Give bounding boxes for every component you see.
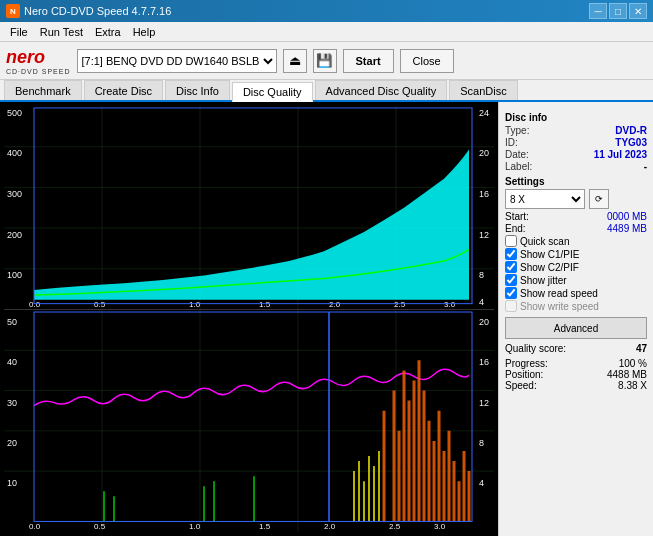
svg-text:200: 200 bbox=[7, 230, 22, 240]
quick-scan-row: Quick scan bbox=[505, 235, 647, 247]
minimize-button[interactable]: ─ bbox=[589, 3, 607, 19]
svg-text:40: 40 bbox=[7, 358, 17, 368]
settings-title: Settings bbox=[505, 176, 647, 187]
show-c1pie-label: Show C1/PIE bbox=[520, 249, 579, 260]
svg-text:0.5: 0.5 bbox=[94, 523, 106, 532]
show-jitter-label: Show jitter bbox=[520, 275, 567, 286]
svg-text:20: 20 bbox=[479, 149, 489, 159]
position-value: 4488 MB bbox=[607, 369, 647, 380]
disc-info-title: Disc info bbox=[505, 112, 647, 123]
svg-text:400: 400 bbox=[7, 149, 22, 159]
show-jitter-checkbox[interactable] bbox=[505, 274, 517, 286]
main-content: 500 400 300 200 100 24 20 16 12 8 4 0.0 … bbox=[0, 102, 653, 536]
svg-text:20: 20 bbox=[7, 438, 17, 448]
svg-text:100: 100 bbox=[7, 271, 22, 281]
refresh-button[interactable]: ⟳ bbox=[589, 189, 609, 209]
show-c2pif-checkbox[interactable] bbox=[505, 261, 517, 273]
id-value: TYG03 bbox=[615, 137, 647, 148]
start-label: Start: bbox=[505, 211, 529, 222]
quality-score-value: 47 bbox=[636, 343, 647, 354]
tab-bar: Benchmark Create Disc Disc Info Disc Qua… bbox=[0, 80, 653, 102]
tab-advanced-disc-quality[interactable]: Advanced Disc Quality bbox=[315, 80, 448, 100]
quality-score-label: Quality score: bbox=[505, 343, 566, 354]
show-read-speed-checkbox[interactable] bbox=[505, 287, 517, 299]
save-button[interactable]: 💾 bbox=[313, 49, 337, 73]
pif-chart: 50 40 30 20 10 20 16 12 8 4 bbox=[4, 310, 494, 532]
start-value: 0000 MB bbox=[607, 211, 647, 222]
svg-text:12: 12 bbox=[479, 230, 489, 240]
svg-text:50: 50 bbox=[7, 318, 17, 328]
show-write-speed-row: Show write speed bbox=[505, 300, 647, 312]
svg-text:16: 16 bbox=[479, 358, 489, 368]
progress-value: 100 % bbox=[619, 358, 647, 369]
advanced-button[interactable]: Advanced bbox=[505, 317, 647, 339]
show-write-speed-label: Show write speed bbox=[520, 301, 599, 312]
svg-text:3.0: 3.0 bbox=[434, 523, 446, 532]
position-row: Position: 4488 MB bbox=[505, 369, 647, 380]
date-label: Date: bbox=[505, 149, 529, 160]
disc-label-row: Label: - bbox=[505, 161, 647, 172]
toolbar-close-button[interactable]: Close bbox=[400, 49, 454, 73]
speed-label: Speed: bbox=[505, 380, 537, 391]
toolbar: nero CD·DVD SPEED [7:1] BENQ DVD DD DW16… bbox=[0, 42, 653, 80]
svg-text:300: 300 bbox=[7, 189, 22, 199]
show-c1pie-row: Show C1/PIE bbox=[505, 248, 647, 260]
svg-text:8: 8 bbox=[479, 271, 484, 281]
side-panel: Disc info Type: DVD-R ID: TYG03 Date: 11… bbox=[498, 102, 653, 536]
window-title: Nero CD-DVD Speed 4.7.7.16 bbox=[24, 5, 171, 17]
disc-type-row: Type: DVD-R bbox=[505, 125, 647, 136]
tab-disc-quality[interactable]: Disc Quality bbox=[232, 82, 313, 102]
speed-value: 8.38 X bbox=[618, 380, 647, 391]
progress-row: Progress: 100 % bbox=[505, 358, 647, 369]
window-controls[interactable]: ─ □ ✕ bbox=[589, 3, 647, 19]
svg-text:4: 4 bbox=[479, 479, 484, 489]
nero-logo: nero CD·DVD SPEED bbox=[6, 47, 71, 75]
quick-scan-label: Quick scan bbox=[520, 236, 569, 247]
menu-run-test[interactable]: Run Test bbox=[34, 24, 89, 40]
svg-text:4: 4 bbox=[479, 297, 484, 307]
show-read-speed-row: Show read speed bbox=[505, 287, 647, 299]
svg-text:12: 12 bbox=[479, 398, 489, 408]
disc-label-value: - bbox=[644, 161, 647, 172]
svg-text:500: 500 bbox=[7, 108, 22, 118]
speed-row: 8 X 4 X Max ⟳ bbox=[505, 189, 647, 209]
menu-extra[interactable]: Extra bbox=[89, 24, 127, 40]
menu-file[interactable]: File bbox=[4, 24, 34, 40]
svg-text:8: 8 bbox=[479, 438, 484, 448]
date-value: 11 Jul 2023 bbox=[594, 149, 647, 160]
position-label: Position: bbox=[505, 369, 543, 380]
show-c1pie-checkbox[interactable] bbox=[505, 248, 517, 260]
maximize-button[interactable]: □ bbox=[609, 3, 627, 19]
speed-select[interactable]: 8 X 4 X Max bbox=[505, 189, 585, 209]
tab-disc-info[interactable]: Disc Info bbox=[165, 80, 230, 100]
type-label: Type: bbox=[505, 125, 529, 136]
svg-text:2.5: 2.5 bbox=[389, 523, 401, 532]
show-read-speed-label: Show read speed bbox=[520, 288, 598, 299]
tab-benchmark[interactable]: Benchmark bbox=[4, 80, 82, 100]
eject-button[interactable]: ⏏ bbox=[283, 49, 307, 73]
progress-section: Progress: 100 % Position: 4488 MB Speed:… bbox=[505, 358, 647, 391]
title-bar: N Nero CD-DVD Speed 4.7.7.16 ─ □ ✕ bbox=[0, 0, 653, 22]
show-c2pif-row: Show C2/PIF bbox=[505, 261, 647, 273]
end-label: End: bbox=[505, 223, 526, 234]
type-value: DVD-R bbox=[615, 125, 647, 136]
menu-bar: File Run Test Extra Help bbox=[0, 22, 653, 42]
tab-create-disc[interactable]: Create Disc bbox=[84, 80, 163, 100]
start-button[interactable]: Start bbox=[343, 49, 394, 73]
close-button[interactable]: ✕ bbox=[629, 3, 647, 19]
progress-label: Progress: bbox=[505, 358, 548, 369]
disc-id-row: ID: TYG03 bbox=[505, 137, 647, 148]
svg-text:2.0: 2.0 bbox=[324, 523, 336, 532]
show-c2pif-label: Show C2/PIF bbox=[520, 262, 579, 273]
svg-text:30: 30 bbox=[7, 398, 17, 408]
end-value: 4489 MB bbox=[607, 223, 647, 234]
drive-selector[interactable]: [7:1] BENQ DVD DD DW1640 BSLB bbox=[77, 49, 277, 73]
tab-scan-disc[interactable]: ScanDisc bbox=[449, 80, 517, 100]
disc-label-label: Label: bbox=[505, 161, 532, 172]
end-row: End: 4489 MB bbox=[505, 223, 647, 234]
menu-help[interactable]: Help bbox=[127, 24, 162, 40]
show-write-speed-checkbox[interactable] bbox=[505, 300, 517, 312]
start-row: Start: 0000 MB bbox=[505, 211, 647, 222]
quick-scan-checkbox[interactable] bbox=[505, 235, 517, 247]
quality-score-row: Quality score: 47 bbox=[505, 343, 647, 354]
